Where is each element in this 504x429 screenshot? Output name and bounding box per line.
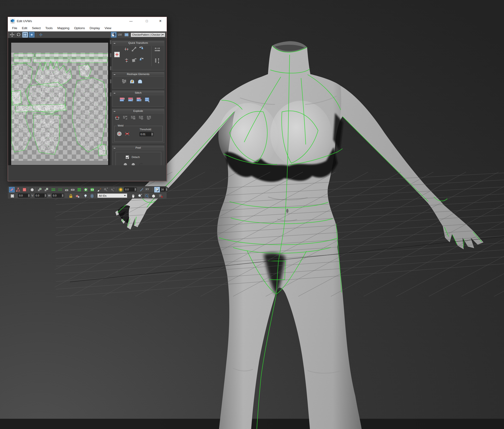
w-coordinate-field[interactable]: 0.0 [52,193,61,198]
mirror-tool-button[interactable] [38,32,44,38]
reset-peel-button[interactable] [138,162,144,165]
menu-select[interactable]: Select [30,25,43,31]
target-weld-button[interactable] [116,131,122,137]
flatten-by-material-button[interactable] [138,115,144,121]
u-coordinate-field[interactable]: 0.0 [18,193,27,198]
space-horizontal-button[interactable] [154,47,160,53]
vertex-mode-button[interactable] [9,187,15,193]
pan-tool-button[interactable] [130,193,136,199]
zoom-extents-button[interactable] [150,193,157,199]
pivot-center-button[interactable] [114,52,120,57]
rollout-stitch-title[interactable]: Stitch [112,91,164,95]
u-spinner[interactable] [27,193,30,198]
menu-mapping[interactable]: Mapping [55,25,72,31]
face-mode-button[interactable] [21,187,27,193]
move-tool-button[interactable] [9,32,15,38]
flatten-custom-button[interactable] [146,115,152,121]
paint-select-shrink-button[interactable] [109,187,115,193]
shrink-selection-button[interactable] [43,187,49,193]
edge-distance-spinner[interactable] [165,187,168,192]
align-vertical-button[interactable] [124,57,130,63]
freeze-selected-button[interactable] [89,193,95,199]
relax-custom-button[interactable] [137,78,143,84]
collapse-icon[interactable] [114,148,115,148]
maximize-button[interactable]: □ [141,17,152,25]
rotate-tool-button[interactable] [16,32,22,38]
rollout-explode-title[interactable]: Explode [112,109,164,113]
peel-mode-button[interactable] [130,162,136,165]
absolute-offset-toggle[interactable] [9,193,15,199]
quick-peel-button[interactable] [122,162,128,165]
straighten-selection-button[interactable] [131,57,137,63]
falloff-curve-button[interactable] [139,187,145,193]
minimize-button[interactable]: — [126,17,136,25]
dialog-titlebar[interactable]: MAX Edit UVWs — □ ✕ [8,17,167,25]
grow-selection-button[interactable] [36,187,43,193]
soft-selection-button[interactable] [118,187,124,193]
edge-distance-field[interactable]: 16 [160,187,165,192]
texture-list-dropdown[interactable]: CheckerPattern ( Checker ) [131,33,165,37]
uv-options-button[interactable] [124,32,130,38]
collapse-icon[interactable] [114,93,115,93]
material-id-filter-dropdown[interactable]: All IDs [97,193,127,198]
loop-shrink-button[interactable] [64,187,70,193]
collapse-icon[interactable] [114,74,115,75]
uv-space-selector[interactable]: UV [118,33,122,36]
menu-edit[interactable]: Edit [20,25,30,31]
stitch-to-source-button[interactable] [136,97,142,103]
soft-selection-spinner[interactable] [134,187,137,192]
freeform-mode-button[interactable] [29,32,35,38]
ring-shrink-button[interactable] [70,187,76,193]
falloff-space-selector[interactable]: XY [145,188,149,191]
loop-grow-mode-button[interactable] [76,187,82,193]
collapse-icon[interactable] [114,111,115,112]
menu-display[interactable]: Display [87,25,102,31]
w-spinner[interactable] [61,193,64,198]
show-all-button[interactable] [82,193,88,199]
rollout-reshape-title[interactable]: Reshape Elements [112,72,164,76]
flatten-by-angle-button[interactable] [122,115,128,121]
weld-threshold-spinner[interactable] [151,132,154,136]
paint-select-grow-button[interactable] [103,187,109,193]
weld-threshold-field[interactable]: 0.01 [140,132,151,136]
uv-editor-canvas-wrap[interactable] [11,42,108,165]
stitch-custom-button[interactable] [144,97,150,103]
rollout-quick-transform-title[interactable]: Quick Transform [112,41,164,45]
align-horizontal-button[interactable] [124,46,130,52]
v-spinner[interactable] [44,193,47,198]
rotate-ccw-90-button[interactable] [138,46,144,52]
grow-loop-button[interactable] [83,187,89,193]
detach-checkbox[interactable] [126,155,129,159]
soft-selection-value-field[interactable]: 0.0 [124,187,134,192]
menu-options[interactable]: Options [72,25,87,31]
flatten-by-smoothing-button[interactable] [130,115,136,121]
select-loop-button[interactable] [57,187,63,193]
zoom-region-button[interactable] [144,193,150,199]
hide-selected-button[interactable] [74,193,80,199]
scale-tool-button[interactable] [22,32,28,38]
rollout-peel-title[interactable]: Peel [112,146,164,150]
relax-until-flat-button[interactable] [121,78,127,84]
close-button[interactable]: ✕ [155,17,166,25]
relax-quick-button[interactable] [129,78,135,84]
break-button[interactable] [114,115,120,121]
lock-selection-button[interactable] [68,193,74,199]
select-element-button[interactable] [29,187,35,193]
menu-tools[interactable]: Tools [43,25,55,31]
zoom-tool-button[interactable] [137,193,143,199]
menu-file[interactable]: File [10,25,20,31]
collapse-icon[interactable] [114,43,115,44]
paint-select-button[interactable] [96,187,102,193]
rotate-cw-90-button[interactable] [138,57,144,63]
stitch-to-average-button[interactable] [127,97,133,103]
select-ring-button[interactable] [50,187,56,193]
uv-editor-canvas[interactable] [11,43,108,165]
weld-selected-button[interactable] [124,131,130,137]
v-coordinate-field[interactable]: 0.0 [35,193,44,198]
stitch-to-target-button[interactable] [119,97,125,103]
show-checker-map-button[interactable] [111,32,117,38]
space-vertical-button[interactable] [154,58,160,64]
shrink-loop-button[interactable] [89,187,95,193]
snap-toggle-button[interactable] [158,193,164,199]
limit-soft-selection-button[interactable] [154,187,160,193]
